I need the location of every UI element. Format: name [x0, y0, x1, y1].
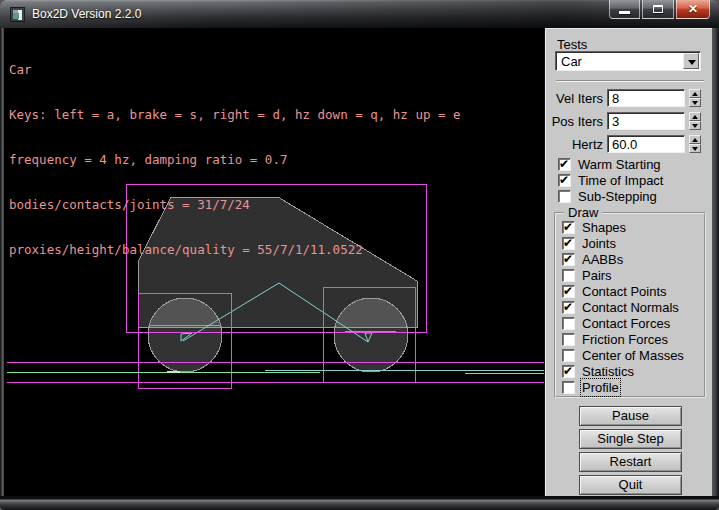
minimize-button[interactable] [609, 0, 640, 19]
tests-dropdown-button[interactable] [683, 53, 699, 69]
checkbox-time-of-impact[interactable]: Time of Impact [558, 173, 663, 188]
checkbox-warm-starting[interactable]: Warm Starting [558, 157, 661, 172]
checkbox-label[interactable]: Shapes [582, 220, 626, 235]
checkbox-icon[interactable] [562, 269, 575, 282]
spinner-down-icon[interactable] [689, 144, 701, 153]
single-step-button[interactable]: Single Step [579, 429, 682, 449]
rear-wheel [148, 298, 222, 372]
vel-iters-input[interactable]: 8 [607, 89, 685, 107]
checkbox-contact-forces[interactable]: Contact Forces [562, 316, 670, 331]
checkbox-aabbs[interactable]: AABBs [562, 252, 623, 267]
checkbox-contact-points[interactable]: Contact Points [562, 284, 667, 299]
box2d-window: Box2D Version 2.2.0 ✕ [0, 0, 719, 510]
checkbox-label[interactable]: Warm Starting [578, 157, 661, 172]
checkbox-joints[interactable]: Joints [562, 236, 616, 251]
checkbox-center-of-masses[interactable]: Center of Masses [562, 348, 684, 363]
vel-iters-row: Vel Iters 8 [546, 89, 713, 107]
close-button[interactable]: ✕ [676, 0, 710, 19]
checkbox-friction-forces[interactable]: Friction Forces [562, 332, 668, 347]
spinner-up-icon[interactable] [689, 89, 701, 98]
checkbox-icon[interactable] [562, 237, 575, 250]
checkbox-icon[interactable] [562, 317, 575, 330]
control-panel: Tests Car Vel Iters 8 Pos Iters 3 He [545, 28, 712, 497]
window-title: Box2D Version 2.2.0 [32, 7, 141, 21]
checkbox-icon[interactable] [558, 190, 571, 203]
checkbox-icon[interactable] [562, 333, 575, 346]
checkbox-label[interactable]: Contact Forces [582, 316, 670, 331]
checkbox-icon[interactable] [562, 285, 575, 298]
hud-line-quality: proxies/height/balance/quality = 55/7/1/… [9, 242, 461, 257]
checkbox-sub-stepping[interactable]: Sub-Stepping [558, 189, 657, 204]
pos-iters-stepper [689, 112, 701, 130]
hertz-stepper [689, 135, 701, 153]
checkbox-label[interactable]: AABBs [582, 252, 623, 267]
draw-group-legend: Draw [564, 205, 602, 220]
hud-line-frequency: frequency = 4 hz, damping ratio = 0.7 [9, 152, 461, 167]
checkbox-icon[interactable] [558, 158, 571, 171]
checkbox-pairs[interactable]: Pairs [562, 268, 612, 283]
minimize-icon [619, 11, 630, 14]
chevron-down-icon [688, 60, 696, 65]
checkbox-icon[interactable] [562, 365, 575, 378]
vel-iters-stepper [689, 89, 701, 107]
checkbox-shapes[interactable]: Shapes [562, 220, 626, 235]
window-controls: ✕ [609, 0, 710, 19]
checkbox-label[interactable]: Pairs [582, 268, 612, 283]
checkbox-label[interactable]: Friction Forces [582, 332, 668, 347]
pos-iters-row: Pos Iters 3 [546, 112, 713, 130]
checkbox-label[interactable]: Time of Impact [578, 173, 663, 188]
close-icon: ✕ [688, 1, 698, 18]
maximize-button[interactable] [642, 0, 674, 19]
checkbox-icon[interactable] [562, 301, 575, 314]
hud-line-test-name: Car [9, 62, 461, 77]
checkbox-icon[interactable] [562, 221, 575, 234]
separator [556, 80, 704, 82]
app-icon-detail [13, 13, 19, 19]
checkbox-statistics[interactable]: Statistics [562, 364, 634, 379]
checkbox-label[interactable]: Profile [582, 380, 619, 395]
checkbox-label[interactable]: Joints [582, 236, 616, 251]
spinner-down-icon[interactable] [689, 121, 701, 130]
tests-label: Tests [557, 37, 587, 52]
checkbox-icon[interactable] [562, 253, 575, 266]
restart-button[interactable]: Restart [579, 452, 682, 472]
hertz-row: Hertz 60.0 [546, 135, 713, 153]
hud-line-stats: bodies/contacts/joints = 31/7/24 [9, 197, 461, 212]
window-border-left [0, 28, 4, 498]
vel-iters-label: Vel Iters [546, 91, 603, 106]
maximize-icon [653, 5, 663, 13]
spinner-down-icon[interactable] [689, 98, 701, 107]
hud-line-keys: Keys: left = a, brake = s, right = d, hz… [9, 107, 461, 122]
pos-iters-input[interactable]: 3 [607, 112, 685, 130]
hertz-input[interactable]: 60.0 [607, 135, 685, 153]
window-border-bottom [0, 496, 719, 510]
checkbox-label[interactable]: Statistics [582, 364, 634, 379]
pos-iters-label: Pos Iters [546, 114, 603, 129]
spinner-up-icon[interactable] [689, 112, 701, 121]
spinner-up-icon[interactable] [689, 135, 701, 144]
checkbox-icon[interactable] [562, 349, 575, 362]
checkbox-icon[interactable] [562, 381, 575, 394]
checkbox-contact-normals[interactable]: Contact Normals [562, 300, 679, 315]
checkbox-icon[interactable] [558, 174, 571, 187]
checkbox-profile[interactable]: Profile [562, 380, 619, 395]
hud-text: Car Keys: left = a, brake = s, right = d… [9, 32, 461, 287]
app-icon [10, 7, 25, 22]
checkbox-label[interactable]: Contact Normals [582, 300, 679, 315]
pause-button[interactable]: Pause [579, 406, 682, 426]
simulation-canvas[interactable]: Car Keys: left = a, brake = s, right = d… [4, 28, 544, 504]
quit-button[interactable]: Quit [579, 475, 682, 495]
checkbox-label[interactable]: Sub-Stepping [578, 189, 657, 204]
window-border-right [712, 28, 719, 498]
tests-dropdown[interactable]: Car [555, 51, 701, 71]
tests-dropdown-value: Car [561, 54, 582, 69]
hertz-label: Hertz [546, 137, 603, 152]
checkbox-label[interactable]: Contact Points [582, 284, 667, 299]
checkbox-label[interactable]: Center of Masses [582, 348, 684, 363]
